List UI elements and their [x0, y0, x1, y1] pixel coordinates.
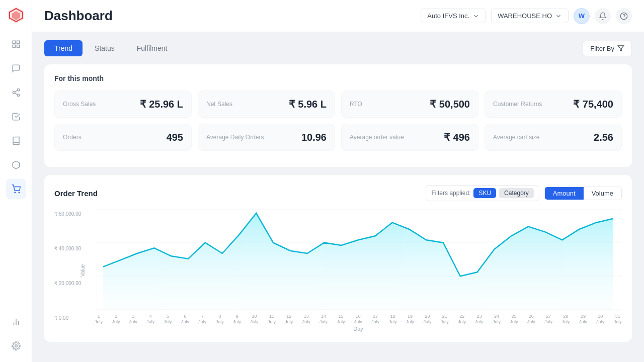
x-day: 8	[218, 314, 221, 319]
company-dropdown[interactable]: Auto IFVS Inc.	[421, 9, 486, 23]
x-month: July	[233, 319, 241, 325]
notification-icon[interactable]	[595, 8, 611, 24]
header: Dashboard Auto IFVS Inc. WAREHOUSE HO W	[32, 0, 644, 32]
x-day: 3	[132, 314, 134, 319]
x-label-group: 28July	[562, 314, 570, 325]
help-icon[interactable]	[616, 8, 632, 24]
metric-value: ₹ 496	[444, 131, 470, 143]
x-month: July	[164, 319, 172, 325]
metric-value: ₹ 50,500	[430, 98, 470, 110]
x-month: July	[579, 319, 587, 325]
svg-point-7	[17, 89, 20, 92]
x-label-group: 18July	[389, 314, 397, 325]
filters-label: Filters applied:	[431, 190, 470, 197]
header-controls: Auto IFVS Inc. WAREHOUSE HO W	[421, 8, 632, 24]
chart-plot-area: Value 1July2July3July4July5July6July7Jul…	[95, 209, 622, 332]
metric-label: Customer Returns	[493, 100, 542, 109]
category-badge[interactable]: Category	[499, 188, 534, 198]
x-month: July	[251, 319, 259, 325]
x-label-group: 19July	[406, 314, 414, 325]
metric-value: 2.56	[594, 132, 613, 143]
metric-item: Gross Sales ₹ 25.96 L	[54, 90, 192, 118]
x-day: 31	[615, 314, 620, 319]
x-month: July	[337, 319, 345, 325]
content-area: Trend Status Fulfilment Filter By For th…	[32, 32, 644, 362]
x-month: July	[510, 319, 518, 325]
x-month: July	[302, 319, 310, 325]
x-month: July	[129, 319, 137, 325]
company-name: Auto IFVS Inc.	[427, 12, 469, 20]
svg-point-8	[13, 92, 15, 94]
x-month: July	[389, 319, 397, 325]
svg-line-10	[15, 93, 17, 95]
sidebar-icon-grid[interactable]	[6, 34, 26, 54]
y-label-0: ₹ 0.00	[54, 315, 91, 321]
sidebar-icon-chat[interactable]	[6, 58, 26, 78]
x-label-group: 6July	[181, 314, 189, 325]
svg-point-17	[15, 345, 17, 347]
x-day: 17	[373, 314, 378, 319]
x-label-group: 31July	[614, 314, 622, 325]
x-day: 29	[581, 314, 586, 319]
x-label-group: 20July	[423, 314, 431, 325]
sidebar-icon-cube[interactable]	[6, 155, 26, 175]
filter-by-button[interactable]: Filter By	[583, 41, 632, 56]
x-day: 26	[529, 314, 534, 319]
chart-area-fill	[103, 213, 613, 310]
metrics-title: For this month	[54, 74, 622, 82]
tab-trend[interactable]: Trend	[44, 40, 83, 56]
sidebar-icon-branch[interactable]	[6, 82, 26, 103]
x-day: 12	[286, 314, 291, 319]
x-axis-title: Day	[95, 326, 622, 332]
x-month: July	[112, 319, 120, 325]
tab-fulfilment[interactable]: Fulfilment	[127, 40, 178, 56]
chart-card: Order Trend Filters applied: SKU Categor…	[44, 175, 632, 342]
x-label-group: 9July	[233, 314, 241, 325]
x-month: July	[544, 319, 552, 325]
sku-badge[interactable]: SKU	[473, 188, 496, 198]
x-day: 23	[477, 314, 482, 319]
x-label-group: 12July	[285, 314, 293, 325]
x-label-group: 13July	[302, 314, 310, 325]
y-label-60k: ₹ 60,000.00	[54, 211, 91, 217]
x-label-group: 5July	[164, 314, 172, 325]
x-day: 20	[425, 314, 430, 319]
x-month: July	[181, 319, 189, 325]
svg-point-12	[15, 192, 16, 193]
x-label-group: 10July	[251, 314, 259, 325]
svg-point-13	[19, 192, 20, 193]
x-label-group: 7July	[198, 314, 206, 325]
tab-status[interactable]: Status	[85, 40, 125, 56]
sidebar-icon-check[interactable]	[6, 107, 26, 127]
metric-item: Customer Returns ₹ 75,400	[485, 90, 622, 118]
x-day: 28	[564, 314, 569, 319]
sidebar-icon-settings[interactable]	[6, 336, 26, 356]
x-day: 30	[598, 314, 603, 319]
chart-header: Order Trend Filters applied: SKU Categor…	[54, 185, 622, 201]
sidebar-icon-analytics[interactable]	[6, 312, 26, 332]
x-label-group: 1July	[95, 314, 103, 325]
sidebar-icon-book[interactable]	[6, 131, 26, 151]
x-day: 22	[459, 314, 464, 319]
toggle-amount[interactable]: Amount	[545, 187, 584, 200]
user-avatar[interactable]: W	[574, 8, 590, 24]
x-label-group: 26July	[527, 314, 535, 325]
x-label-group: 17July	[371, 314, 379, 325]
metric-value: ₹ 75,400	[573, 98, 613, 110]
metric-label: Average Daily Orders	[206, 133, 264, 142]
x-month: July	[406, 319, 414, 325]
x-day: 13	[304, 314, 309, 319]
x-day: 15	[338, 314, 343, 319]
logo[interactable]	[7, 6, 25, 26]
x-label-group: 15July	[337, 314, 345, 325]
metric-item: Average cart size 2.56	[485, 124, 622, 151]
x-month: July	[216, 319, 224, 325]
x-day: 25	[511, 314, 516, 319]
tabs-bar: Trend Status Fulfilment Filter By	[44, 40, 632, 56]
warehouse-dropdown[interactable]: WAREHOUSE HO	[491, 9, 569, 23]
x-day: 10	[252, 314, 257, 319]
toggle-volume[interactable]: Volume	[584, 187, 621, 200]
metric-item: Net Sales ₹ 5.96 L	[198, 90, 335, 118]
x-month: July	[493, 319, 501, 325]
sidebar-icon-cart[interactable]	[6, 179, 26, 199]
